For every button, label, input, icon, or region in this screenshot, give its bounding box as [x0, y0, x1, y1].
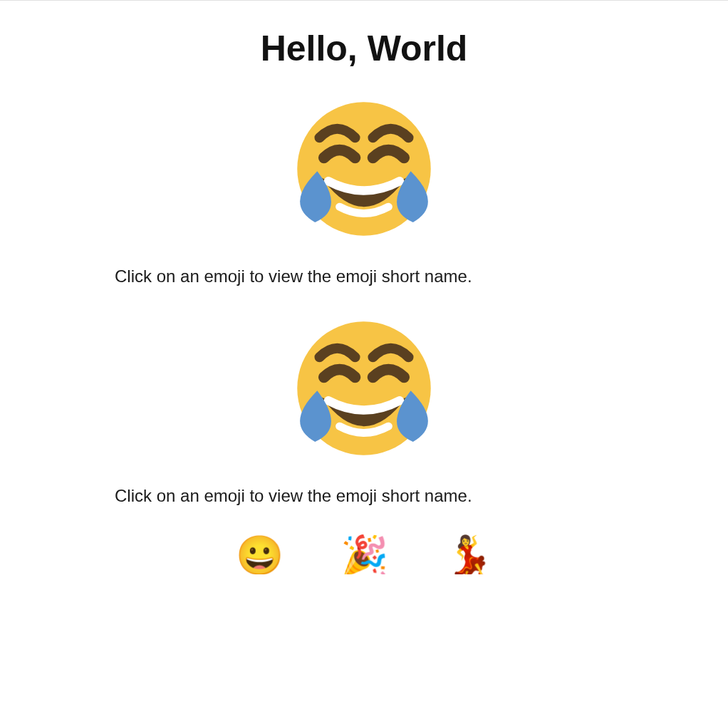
party-popper-icon[interactable]: 🎉: [340, 536, 388, 574]
instruction-text-2: Click on an emoji to view the emoji shor…: [115, 484, 613, 508]
grinning-face-icon[interactable]: 😀: [236, 536, 284, 574]
emoji-picker-row: 😀 🎉 💃: [115, 536, 613, 574]
face-with-tears-of-joy-icon[interactable]: [293, 317, 435, 460]
emoji-section-1: Click on an emoji to view the emoji shor…: [115, 98, 613, 289]
page-title: Hello, World: [115, 28, 613, 69]
emoji-section-2: Click on an emoji to view the emoji shor…: [115, 317, 613, 508]
instruction-text-1: Click on an emoji to view the emoji shor…: [115, 264, 613, 289]
main-container: Hello, World Click on an emoji to view t…: [115, 1, 613, 574]
woman-dancing-icon[interactable]: 💃: [445, 536, 493, 574]
face-with-tears-of-joy-icon[interactable]: [293, 98, 435, 240]
